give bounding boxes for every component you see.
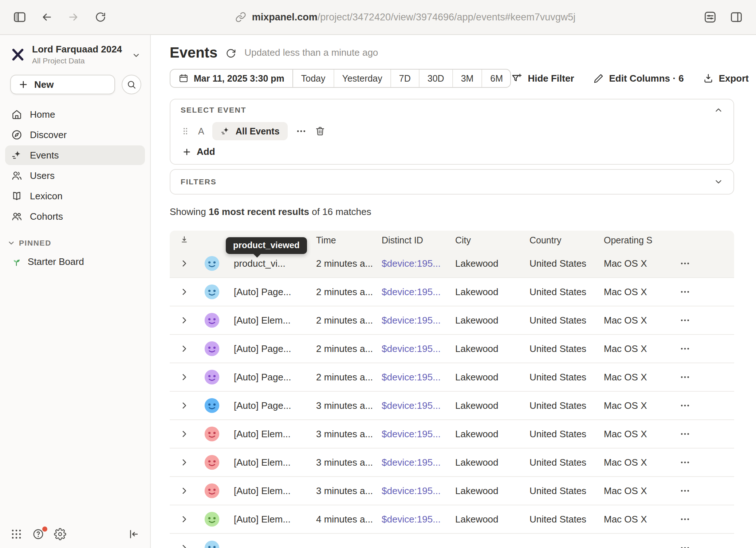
- browser-customize-icon[interactable]: [699, 6, 721, 28]
- column-header-os[interactable]: Operating S: [595, 235, 669, 246]
- sidebar-nav: Home Discover Events Users Lexicon: [0, 99, 150, 226]
- sidebar-toggle-icon[interactable]: [9, 6, 31, 28]
- sidebar-item-discover[interactable]: Discover: [5, 125, 145, 145]
- distinct-id-link[interactable]: $device:195...: [382, 400, 441, 411]
- date-range-control: Mar 11, 2025 3:30 pm Today Yesterday 7D …: [170, 69, 511, 88]
- table-row[interactable]: [Auto] Page... 2 minutes a... $device:19…: [170, 335, 734, 363]
- row-actions-icon[interactable]: [680, 258, 690, 269]
- range-3m[interactable]: 3M: [453, 70, 483, 87]
- drag-handle-icon[interactable]: [181, 126, 190, 136]
- row-actions-icon[interactable]: [680, 343, 690, 354]
- search-button[interactable]: [122, 75, 141, 94]
- export-button[interactable]: Export: [703, 73, 749, 84]
- collapse-sidebar-icon[interactable]: [127, 528, 140, 540]
- column-header-country[interactable]: Country: [521, 235, 595, 246]
- refresh-icon[interactable]: [225, 48, 236, 59]
- distinct-id-link[interactable]: $device:195...: [382, 457, 441, 468]
- range-6m[interactable]: 6M: [482, 70, 511, 87]
- page-title: Events: [170, 44, 217, 61]
- row-actions-icon[interactable]: [680, 400, 690, 411]
- distinct-id-link[interactable]: $device:195...: [382, 258, 441, 269]
- time-cell: 4 minutes a...: [307, 514, 373, 525]
- expand-row-icon[interactable]: [180, 514, 189, 524]
- row-actions-icon[interactable]: [680, 457, 690, 468]
- gear-icon[interactable]: [54, 528, 66, 540]
- trash-icon[interactable]: [315, 126, 326, 137]
- expand-row-icon[interactable]: [180, 259, 189, 268]
- os-cell: Mac OS X: [595, 258, 669, 269]
- row-actions-icon[interactable]: [680, 543, 690, 548]
- sidebar-item-home[interactable]: Home: [5, 105, 145, 124]
- row-actions-icon[interactable]: [680, 485, 690, 496]
- event-name-cell: [Auto] Page...: [225, 286, 307, 298]
- hide-filter-button[interactable]: Hide Filter: [511, 73, 574, 84]
- range-30d[interactable]: 30D: [420, 70, 453, 87]
- row-actions-icon[interactable]: [680, 372, 690, 383]
- table-row[interactable]: [Auto] Page... 2 minutes a... $device:19…: [170, 363, 734, 392]
- event-options-icon[interactable]: [296, 126, 307, 137]
- range-today[interactable]: Today: [293, 70, 334, 87]
- column-header-distinct-id[interactable]: Distinct ID: [373, 235, 446, 246]
- sidebar-item-cohorts[interactable]: Cohorts: [5, 207, 145, 226]
- table-row[interactable]: [Auto] Page... 3 minutes a... $device:19…: [170, 392, 734, 420]
- distinct-id-link[interactable]: $device:195...: [382, 514, 441, 525]
- expand-row-icon[interactable]: [180, 344, 189, 353]
- column-header-time[interactable]: Time: [307, 235, 373, 246]
- all-events-button[interactable]: All Events: [212, 122, 288, 140]
- table-row[interactable]: [Auto] Elem... 4 minutes a... $device:19…: [170, 505, 734, 534]
- apps-grid-icon[interactable]: [10, 528, 23, 540]
- sidebar-item-events[interactable]: Events: [5, 145, 145, 165]
- expand-row-icon[interactable]: [180, 316, 189, 325]
- reload-icon[interactable]: [90, 6, 111, 28]
- distinct-id-link[interactable]: $device:195...: [382, 428, 441, 439]
- expand-row-icon[interactable]: [180, 543, 189, 548]
- sidebar-item-starter-board[interactable]: Starter Board: [5, 252, 145, 271]
- row-actions-icon[interactable]: [680, 428, 690, 439]
- collapse-rows-icon[interactable]: [179, 235, 189, 245]
- row-actions-icon[interactable]: [680, 514, 690, 525]
- date-picker-button[interactable]: Mar 11, 2025 3:30 pm: [170, 70, 293, 87]
- add-event-button[interactable]: Add: [181, 146, 215, 157]
- event-tooltip: product_viewed: [226, 237, 307, 254]
- expand-row-icon[interactable]: [180, 458, 189, 467]
- table-row[interactable]: [Auto] Elem... 3 minutes a... $device:19…: [170, 420, 734, 449]
- edit-columns-button[interactable]: Edit Columns · 6: [593, 73, 684, 84]
- sparkle-icon: [220, 126, 231, 136]
- expand-row-icon[interactable]: [180, 401, 189, 410]
- time-cell: 2 minutes a...: [307, 343, 373, 355]
- row-actions-icon[interactable]: [680, 286, 690, 297]
- table-row[interactable]: [Auto] Elem... 2 minutes a... $device:19…: [170, 306, 734, 335]
- expand-row-icon[interactable]: [180, 486, 189, 496]
- distinct-id-link[interactable]: $device:195...: [382, 343, 441, 354]
- chevron-up-icon[interactable]: [714, 105, 723, 115]
- table-row[interactable]: [170, 534, 734, 548]
- distinct-id-link[interactable]: $device:195...: [382, 286, 441, 297]
- row-actions-icon[interactable]: [680, 315, 690, 326]
- back-icon[interactable]: [36, 6, 58, 28]
- sidebar-item-users[interactable]: Users: [5, 166, 145, 185]
- chevron-down-icon[interactable]: [714, 177, 723, 187]
- new-button[interactable]: New: [10, 75, 115, 94]
- pinned-section-header[interactable]: PINNED: [0, 226, 150, 252]
- range-7d[interactable]: 7D: [391, 70, 420, 87]
- range-yesterday[interactable]: Yesterday: [334, 70, 391, 87]
- address-bar[interactable]: mixpanel.com/project/3472420/view/397469…: [111, 12, 699, 23]
- distinct-id-link[interactable]: $device:195...: [382, 372, 441, 383]
- book-icon: [11, 190, 23, 202]
- workspace-switcher[interactable]: Lord Farquaad 2024 All Project Data: [0, 35, 150, 68]
- event-avatar: [204, 398, 220, 414]
- column-header-city[interactable]: City: [446, 235, 521, 246]
- table-row[interactable]: [Auto] Elem... 3 minutes a... $device:19…: [170, 449, 734, 477]
- distinct-id-link[interactable]: $device:195...: [382, 485, 441, 496]
- split-view-icon[interactable]: [725, 6, 747, 28]
- expand-row-icon[interactable]: [180, 429, 189, 439]
- expand-row-icon[interactable]: [180, 287, 189, 297]
- sidebar-item-lexicon[interactable]: Lexicon: [5, 186, 145, 206]
- expand-row-icon[interactable]: [180, 372, 189, 382]
- distinct-id-link[interactable]: $device:195...: [382, 315, 441, 326]
- table-row[interactable]: [Auto] Page... 2 minutes a... $device:19…: [170, 278, 734, 306]
- calendar-icon: [178, 73, 189, 83]
- forward-icon[interactable]: [63, 6, 84, 28]
- table-row[interactable]: [Auto] Elem... 3 minutes a... $device:19…: [170, 477, 734, 505]
- event-avatar: [204, 369, 220, 385]
